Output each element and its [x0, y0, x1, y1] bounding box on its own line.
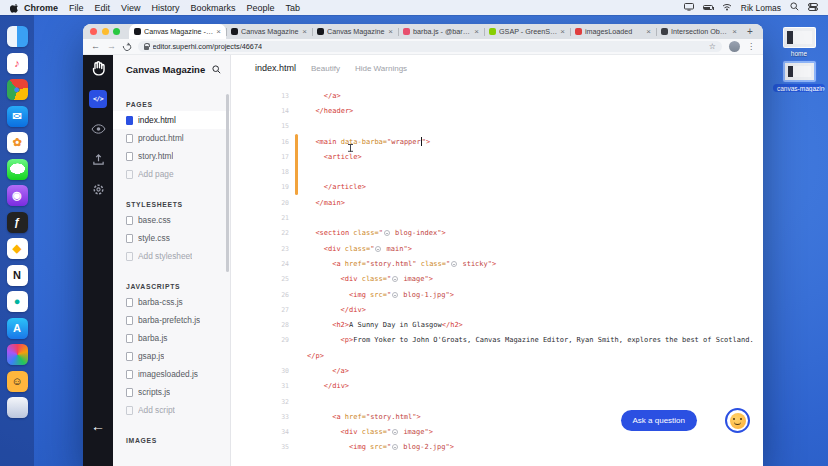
dock-icon-superhi[interactable]: ☺ — [7, 371, 28, 392]
code-line[interactable]: 35<img src=" blog-2.jpg"> — [231, 440, 763, 455]
menu-item-tab[interactable]: Tab — [285, 3, 300, 13]
battery-icon[interactable] — [703, 5, 713, 10]
code-line[interactable]: 25<div class=" image"> — [231, 272, 763, 287]
code-view-button[interactable]: </> — [89, 90, 107, 108]
code-line[interactable]: 16<main data-barba="wrapper"> — [231, 134, 763, 149]
dock-icon-podcasts[interactable]: ◉ — [7, 185, 28, 206]
dock-icon-app-store[interactable]: A — [7, 318, 28, 339]
close-window-button[interactable] — [90, 28, 97, 35]
menu-item-view[interactable]: View — [121, 3, 140, 13]
search-icon[interactable] — [212, 60, 221, 78]
code-line[interactable]: 24<a href="story.html" class=" sticky"> — [231, 256, 763, 271]
code-line[interactable]: 30</a> — [231, 363, 763, 378]
file-item-index.html[interactable]: index.html — [113, 111, 230, 129]
code-line[interactable]: 21 — [231, 210, 763, 225]
address-bar[interactable]: editor.superhi.com/projects/46674 ☆ — [138, 41, 723, 52]
dock-icon-figma[interactable]: ƒ — [7, 212, 28, 233]
desktop-icon-home[interactable]: home — [783, 27, 816, 57]
file-item-story.html[interactable]: story.html — [113, 147, 230, 165]
apple-menu-icon[interactable] — [10, 3, 19, 13]
zoom-window-button[interactable] — [113, 28, 120, 35]
file-item-product.html[interactable]: product.html — [113, 129, 230, 147]
add-item-button[interactable]: Add script — [113, 401, 230, 419]
ask-question-button[interactable]: Ask a question — [621, 410, 697, 431]
code-line[interactable]: 19</article> — [231, 180, 763, 195]
menu-username[interactable]: Rik Lomas — [741, 3, 781, 13]
code-line[interactable]: 20</main> — [231, 195, 763, 210]
browser-tab[interactable]: Intersection Observer API× — [656, 24, 742, 39]
desktop-icon-canvas-magazine[interactable]: canvas-magazine — [773, 61, 825, 92]
code-line[interactable]: 22<section class=" blog-index"> — [231, 226, 763, 241]
dock-icon-trash[interactable] — [7, 397, 28, 418]
code-line[interactable]: 14</header> — [231, 103, 763, 118]
code-line[interactable]: 26<img src=" blog-1.jpg"> — [231, 287, 763, 302]
reload-icon[interactable] — [122, 41, 132, 51]
code-line[interactable]: 18 — [231, 164, 763, 179]
dock-icon-music[interactable]: ♪ — [7, 53, 28, 74]
dock-icon-photos[interactable]: ✿ — [7, 132, 28, 153]
code-line[interactable]: </p> — [231, 348, 763, 363]
settings-gear-button[interactable] — [89, 180, 107, 198]
browser-tab[interactable]: Canvas Magazine× — [226, 24, 312, 39]
tab-close-icon[interactable]: × — [216, 28, 221, 36]
tab-close-icon[interactable]: × — [646, 28, 651, 36]
dock-icon-notion[interactable]: N — [7, 265, 28, 286]
code-line[interactable]: 15 — [231, 119, 763, 134]
preview-eye-button[interactable] — [89, 120, 107, 138]
minimize-window-button[interactable] — [102, 28, 109, 35]
forward-nav-icon[interactable]: → — [107, 42, 116, 51]
tab-close-icon[interactable]: × — [474, 28, 479, 36]
tab-close-icon[interactable]: × — [302, 28, 307, 36]
code-line[interactable]: 13</a> — [231, 88, 763, 103]
profile-avatar[interactable] — [729, 41, 740, 52]
file-item-imagesloaded.js[interactable]: imagesloaded.js — [113, 365, 230, 383]
file-item-barba-prefetch.js[interactable]: barba-prefetch.js — [113, 311, 230, 329]
display-icon[interactable] — [684, 3, 694, 13]
add-item-button[interactable]: Add page — [113, 165, 230, 183]
chat-smiley-button[interactable] — [725, 408, 750, 433]
bookmark-star-icon[interactable]: ☆ — [709, 43, 716, 51]
wifi-icon[interactable] — [722, 3, 732, 13]
tab-close-icon[interactable]: × — [560, 28, 565, 36]
tab-close-icon[interactable]: × — [732, 28, 737, 36]
menu-item-file[interactable]: File — [69, 3, 84, 13]
code-line[interactable]: 32 — [231, 394, 763, 409]
add-item-button[interactable]: Add stylesheet — [113, 247, 230, 265]
publish-upload-button[interactable] — [89, 150, 107, 168]
dock-icon-messages[interactable] — [7, 159, 28, 180]
browser-tab[interactable]: imagesLoaded× — [570, 24, 656, 39]
dock-icon-mail[interactable]: ✉ — [7, 106, 28, 127]
file-item-gsap.js[interactable]: gsap.js — [113, 347, 230, 365]
browser-tab[interactable]: GSAP - GreenSock× — [484, 24, 570, 39]
menu-item-edit[interactable]: Edit — [95, 3, 111, 13]
code-area[interactable]: 13</a>14</header>1516<main data-barba="w… — [231, 81, 763, 455]
tab-close-icon[interactable]: × — [388, 28, 393, 36]
code-line[interactable]: 27</div> — [231, 302, 763, 317]
dock-icon-chrome[interactable]: ● — [7, 79, 28, 100]
code-line[interactable]: 31</div> — [231, 379, 763, 394]
browser-tab[interactable]: barba.js - @barba/core× — [398, 24, 484, 39]
browser-menu-icon[interactable]: ⋮ — [747, 43, 755, 51]
menu-item-people[interactable]: People — [246, 3, 274, 13]
control-center-icon[interactable] — [808, 3, 818, 13]
url-text[interactable]: editor.superhi.com/projects/46674 — [153, 42, 263, 51]
code-line[interactable]: 28<h2>A Sunny Day in Glasgow</h2> — [231, 317, 763, 332]
code-line[interactable]: 29<p>From Yoker to John O'Groats, Canvas… — [231, 333, 763, 348]
file-item-style.css[interactable]: style.css — [113, 229, 230, 247]
dock-icon-sketch[interactable]: ◆ — [7, 238, 28, 259]
menu-item-chrome[interactable]: Chrome — [24, 3, 58, 13]
file-panel-scrollbar[interactable] — [226, 94, 229, 272]
beautify-button[interactable]: Beautify — [311, 64, 340, 73]
file-item-barba-css.js[interactable]: barba-css.js — [113, 293, 230, 311]
menu-item-bookmarks[interactable]: Bookmarks — [190, 3, 235, 13]
file-item-scripts.js[interactable]: scripts.js — [113, 383, 230, 401]
spotlight-icon[interactable] — [790, 2, 799, 13]
back-nav-icon[interactable]: ← — [91, 42, 100, 51]
code-line[interactable]: 23<div class=" main"> — [231, 241, 763, 256]
superhi-logo-icon[interactable] — [90, 60, 107, 81]
code-line[interactable]: 17<article> — [231, 149, 763, 164]
dock-icon-color-wheel[interactable] — [7, 344, 28, 365]
dock-icon-evernote[interactable]: ● — [7, 291, 28, 312]
new-tab-button[interactable]: + — [742, 24, 758, 39]
file-item-barba.js[interactable]: barba.js — [113, 329, 230, 347]
